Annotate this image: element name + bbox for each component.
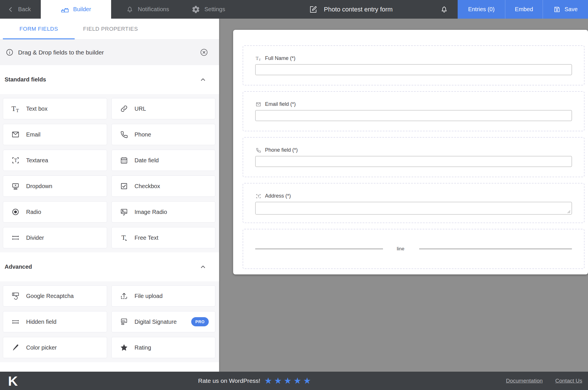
edit-icon[interactable]	[309, 5, 318, 14]
documentation-link[interactable]: Documentation	[506, 378, 543, 384]
field-card-date-field[interactable]: Date field	[111, 150, 216, 171]
tab-builder-label: Builder	[73, 6, 91, 13]
form-field-label: Address (*)	[265, 193, 291, 199]
svg-text:T: T	[121, 234, 125, 241]
builder-canvas-area: TT Full Name (*) Email field (*) Phone f…	[219, 19, 588, 372]
field-card-label: Google Recaptcha	[26, 293, 74, 299]
embed-button[interactable]: Embed	[505, 0, 543, 19]
builder-icon	[61, 5, 69, 13]
close-icon[interactable]	[200, 48, 208, 56]
textbox-icon: TT	[11, 104, 20, 113]
tab-settings[interactable]: Settings	[192, 0, 225, 19]
embed-label: Embed	[515, 6, 533, 13]
cards-standard-fields: TT Text box URL Email Phone T Textarea D…	[0, 94, 219, 252]
signature-icon	[120, 317, 128, 326]
star-icon[interactable]: ★	[274, 377, 282, 385]
field-card-hidden-field[interactable]: Hidden field	[3, 311, 107, 332]
chevron-up-icon[interactable]	[200, 264, 206, 270]
phone-icon	[256, 147, 261, 153]
form-field-label: Email field (*)	[265, 101, 296, 107]
section-title: Advanced	[5, 264, 32, 270]
form-block-email-field[interactable]: Email field (*)	[243, 91, 585, 131]
freetext-icon: T	[120, 233, 128, 242]
field-card-label: File upload	[135, 293, 163, 299]
input-address[interactable]	[255, 202, 572, 214]
save-button[interactable]: Save	[543, 0, 588, 19]
url-icon	[120, 104, 128, 113]
star-icon[interactable]: ★	[303, 377, 311, 385]
field-card-label: URL	[135, 106, 146, 112]
recaptcha-icon	[11, 292, 20, 300]
field-card-free-text[interactable]: T Free Text	[111, 227, 216, 248]
entries-button[interactable]: Entries (0)	[458, 0, 505, 19]
form-block-address[interactable]: T Address (*)	[243, 183, 585, 223]
section-header-advanced: Advanced	[0, 252, 219, 281]
tab-settings-label: Settings	[204, 6, 225, 13]
field-card-rating[interactable]: Rating	[111, 337, 216, 358]
back-label: Back	[18, 6, 31, 13]
footer-bar: K Rate us on WordPress! ★★★★★ Documentat…	[0, 372, 588, 390]
field-card-label: Textarea	[26, 157, 48, 164]
tab-field-properties[interactable]: FIELD PROPERTIES	[75, 19, 146, 39]
form-block-divider[interactable]: line	[243, 229, 585, 269]
email-icon	[256, 102, 261, 107]
top-bar-actions: Entries (0) Embed Save	[431, 0, 588, 19]
phone-icon	[120, 130, 128, 139]
bell-icon	[440, 5, 448, 13]
drag-drop-hint-bar: Drag & Drop fields to the builder	[0, 40, 219, 65]
field-card-color-picker[interactable]: Color picker	[3, 337, 107, 358]
field-card-textarea[interactable]: T Textarea	[3, 150, 107, 171]
tab-form-fields-label: FORM FIELDS	[20, 26, 58, 32]
field-card-google-recaptcha[interactable]: Google Recaptcha	[3, 285, 107, 307]
entries-label: Entries (0)	[468, 6, 494, 13]
kali-forms-logo: K	[8, 374, 17, 388]
tab-builder[interactable]: Builder	[41, 0, 111, 19]
field-card-phone[interactable]: Phone	[111, 124, 216, 145]
field-card-label: Phone	[135, 131, 151, 138]
section-title: Standard fields	[5, 76, 46, 83]
colorpicker-icon	[11, 343, 20, 352]
field-card-label: Divider	[26, 235, 44, 241]
field-card-text-box[interactable]: TT Text box	[3, 98, 107, 119]
field-card-email[interactable]: Email	[3, 124, 107, 145]
field-card-divider[interactable]: Divider	[3, 227, 107, 248]
tab-notifications[interactable]: Notifications	[126, 0, 169, 19]
input-phone-field[interactable]	[255, 156, 572, 167]
rating-stars: ★★★★★	[264, 377, 311, 385]
field-card-radio[interactable]: Radio	[3, 201, 107, 223]
star-icon[interactable]: ★	[293, 377, 301, 385]
form-block-phone-field[interactable]: Phone field (*)	[243, 137, 585, 177]
divider-line-right	[419, 249, 572, 249]
field-card-file-upload[interactable]: File upload	[111, 285, 216, 307]
contact-us-link[interactable]: Contact Us	[555, 378, 582, 384]
svg-text:T: T	[256, 56, 259, 61]
tab-form-fields[interactable]: FORM FIELDS	[3, 19, 75, 39]
input-full-name[interactable]	[255, 64, 572, 75]
bell-icon	[126, 6, 134, 13]
chevron-up-icon[interactable]	[200, 76, 206, 83]
svg-text:T: T	[11, 105, 16, 112]
divider-line-left	[255, 249, 383, 249]
field-card-label: Hidden field	[26, 319, 57, 325]
field-card-label: Color picker	[26, 344, 57, 351]
field-card-image-radio[interactable]: Image Radio	[111, 201, 216, 223]
sidebar-tabs: FORM FIELDS FIELD PROPERTIES	[0, 19, 219, 40]
field-card-label: Rating	[135, 344, 151, 351]
field-card-label: Radio	[26, 209, 41, 215]
form-block-full-name[interactable]: TT Full Name (*)	[243, 45, 585, 85]
field-card-dropdown[interactable]: Dropdown	[3, 176, 107, 197]
image-radio-icon	[120, 208, 128, 216]
notifications-bell-button[interactable]	[431, 0, 458, 19]
form-title-group: Photo contest entry form	[309, 0, 393, 19]
info-icon	[6, 48, 13, 56]
star-icon[interactable]: ★	[284, 377, 292, 385]
field-card-checkbox[interactable]: Checkbox	[111, 176, 216, 197]
back-button[interactable]: Back	[0, 0, 41, 19]
field-card-digital-signature[interactable]: Digital Signature PRO	[111, 311, 216, 332]
input-email-field[interactable]	[255, 110, 572, 121]
svg-text:T: T	[258, 194, 260, 198]
field-card-url[interactable]: URL	[111, 98, 216, 119]
star-icon[interactable]: ★	[264, 377, 272, 385]
rate-us-link[interactable]: Rate us on WordPress! ★★★★★	[198, 377, 311, 385]
section-header-standard-fields: Standard fields	[0, 65, 219, 94]
